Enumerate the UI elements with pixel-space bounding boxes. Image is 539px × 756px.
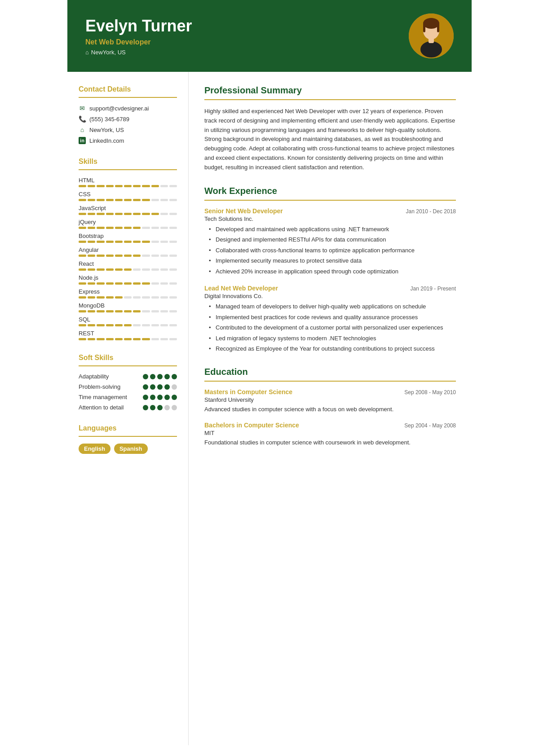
skill-segment-filled [115,255,123,257]
contact-location-text: NewYork, US [89,127,124,133]
skill-segment-filled [133,255,141,257]
skill-segment-filled [115,213,123,215]
skills-list: HTMLCSSJavaScriptjQueryBootstrapAngularR… [79,177,177,340]
header: Evelyn Turner Net Web Developer ⌂ NewYor… [67,0,472,72]
skill-bar [79,324,177,326]
skill-segment-filled [124,241,132,243]
skill-bar [79,199,177,201]
skill-segment-filled [88,199,95,201]
education-list: Masters in Computer ScienceSep 2008 - Ma… [204,388,456,447]
skill-segment-filled [79,268,86,271]
edu-desc: Foundational studies in computer science… [204,438,456,447]
skill-name: CSS [79,191,177,198]
job-title: Lead Net Web Developer [204,285,278,292]
skill-item: React [79,260,177,271]
dot-filled [150,374,155,379]
skill-segment-filled [133,338,141,340]
skill-segment-filled [151,185,159,187]
edu-date: Sep 2004 - May 2008 [404,422,456,429]
skill-segment-filled [88,227,95,229]
job-bullet: Achieved 20% increase in application spe… [209,267,456,276]
skill-segment-filled [115,324,123,326]
skill-segment-empty [142,296,150,299]
edu-degree: Masters in Computer Science [204,388,292,396]
skill-segment-filled [115,282,123,285]
skill-segment-filled [106,282,114,285]
job-bullet: Implemented best practices for code revi… [209,313,456,322]
skill-name: Node.js [79,274,177,281]
skill-segment-empty [160,241,168,243]
skill-item: Node.js [79,274,177,285]
skill-segment-empty [160,185,168,187]
skill-bar [79,296,177,299]
skill-segment-filled [106,185,114,187]
skill-segment-empty [169,185,177,187]
language-tag: Spanish [114,444,148,454]
skill-segment-filled [115,338,123,340]
skill-item: jQuery [79,219,177,229]
education-title: Education [204,367,456,377]
contact-email: ✉ support@cvdesigner.ai [79,105,177,112]
skill-segment-empty [160,227,168,229]
linkedin-icon: in [79,137,86,144]
languages-title: Languages [79,424,177,432]
skill-segment-empty [169,310,177,312]
soft-skill-name: Time management [79,394,127,400]
skill-name: REST [79,330,177,337]
dot-filled [157,395,163,400]
skill-bar [79,268,177,271]
edu-header: Masters in Computer ScienceSep 2008 - Ma… [204,388,456,396]
skill-segment-filled [124,213,132,215]
jobs-list: Senior Net Web DeveloperJan 2010 - Dec 2… [204,207,456,353]
languages-divider [79,436,177,437]
job-bullet: Contributed to the development of a cust… [209,323,456,332]
skill-segment-filled [133,227,141,229]
skill-name: jQuery [79,219,177,225]
language-tags: EnglishSpanish [79,444,177,454]
skill-segment-filled [133,241,141,243]
skills-title: Skills [79,158,177,166]
job-bullets: Developed and maintained web application… [204,225,456,276]
skill-name: React [79,260,177,267]
skill-item: CSS [79,191,177,201]
soft-skill-dots [143,405,177,410]
skill-bar [79,213,177,215]
job-company: Tech Solutions Inc. [204,215,456,222]
email-icon: ✉ [79,105,86,112]
skill-segment-filled [97,338,104,340]
skill-segment-empty [160,282,168,285]
skill-segment-filled [97,324,104,326]
skill-segment-filled [106,338,114,340]
skill-segment-empty [142,268,150,271]
skill-segment-empty [151,282,159,285]
soft-skill-name: Problem-solving [79,383,120,390]
skill-segment-filled [124,199,132,201]
skill-bar [79,282,177,285]
skill-segment-empty [169,338,177,340]
summary-section: Professional Summary Highly skilled and … [204,85,456,172]
skill-segment-filled [88,338,95,340]
skill-segment-filled [106,268,114,271]
header-left: Evelyn Turner Net Web Developer ⌂ NewYor… [85,16,192,55]
skill-segment-filled [79,282,86,285]
location-icon: ⌂ [79,126,86,133]
skill-segment-empty [151,338,159,340]
svg-rect-6 [429,38,434,43]
skill-segment-filled [97,296,104,299]
skill-segment-empty [151,227,159,229]
skill-segment-filled [88,324,95,326]
skill-segment-empty [169,296,177,299]
skill-bar [79,310,177,312]
skill-segment-empty [169,282,177,285]
soft-skills-title: Soft Skills [79,354,177,362]
contact-linkedin: in LinkedIn.com [79,137,177,144]
skill-segment-empty [160,199,168,201]
skill-segment-filled [106,213,114,215]
skill-segment-filled [79,227,86,229]
contact-location: ⌂ NewYork, US [79,126,177,133]
languages-section: Languages EnglishSpanish [79,424,177,454]
skill-segment-filled [97,185,104,187]
skill-item: Angular [79,246,177,257]
skill-segment-filled [124,282,132,285]
skill-segment-filled [79,185,86,187]
